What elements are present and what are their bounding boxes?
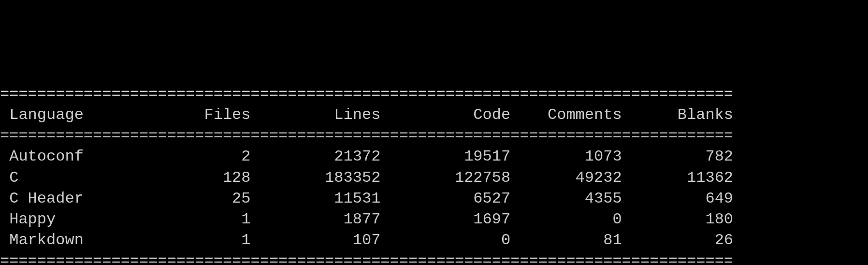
separator-header: ========================================… xyxy=(0,125,868,146)
cell-lines: 21372 xyxy=(250,147,380,165)
header-code: Code xyxy=(380,106,510,124)
cell-lines: 183352 xyxy=(250,169,380,187)
cell-language: Happy xyxy=(0,210,158,228)
cell-blanks: 649 xyxy=(622,190,733,207)
header-comments: Comments xyxy=(510,106,622,124)
terminal-output: ========================================… xyxy=(0,84,868,265)
cell-language: C xyxy=(0,169,158,187)
cell-language: C Header xyxy=(0,190,158,207)
cell-files: 25 xyxy=(158,190,250,207)
header-files: Files xyxy=(158,106,250,124)
cell-lines: 11531 xyxy=(250,190,380,207)
cell-language: Autoconf xyxy=(0,147,158,165)
cell-code: 19517 xyxy=(380,147,510,165)
table-row: C Header 25 11531 6527 4355 649 xyxy=(0,188,868,209)
cell-comments: 0 xyxy=(510,210,622,228)
cell-lines: 107 xyxy=(250,231,380,249)
cell-files: 1 xyxy=(158,210,250,228)
cell-files: 128 xyxy=(158,169,250,187)
cell-blanks: 11362 xyxy=(622,169,733,187)
cell-blanks: 26 xyxy=(622,231,733,249)
table-row: C 128 183352 122758 49232 11362 xyxy=(0,167,868,188)
separator-top: ========================================… xyxy=(0,84,868,104)
table-body: Autoconf 2 21372 19517 1073 782 C 128 18… xyxy=(0,146,868,250)
table-row: Markdown 1 107 0 81 26 xyxy=(0,230,868,250)
cell-code: 1697 xyxy=(380,210,510,228)
cell-lines: 1877 xyxy=(250,210,380,228)
header-blanks: Blanks xyxy=(622,106,733,124)
cell-comments: 49232 xyxy=(510,169,622,187)
header-row: Language Files Lines Code Comments Blank… xyxy=(0,104,868,125)
table-row: Happy 1 1877 1697 0 180 xyxy=(0,209,868,230)
cell-blanks: 782 xyxy=(622,147,733,165)
separator-total: ========================================… xyxy=(0,250,868,265)
cell-code: 0 xyxy=(380,231,510,249)
cell-code: 6527 xyxy=(380,190,510,207)
cell-comments: 4355 xyxy=(510,190,622,207)
header-lines: Lines xyxy=(250,106,380,124)
cell-files: 1 xyxy=(158,231,250,249)
cell-comments: 1073 xyxy=(510,147,622,165)
table-row: Autoconf 2 21372 19517 1073 782 xyxy=(0,146,868,167)
cell-comments: 81 xyxy=(510,231,622,249)
header-language: Language xyxy=(0,106,158,124)
cell-language: Markdown xyxy=(0,231,158,249)
cell-files: 2 xyxy=(158,147,250,165)
cell-blanks: 180 xyxy=(622,210,733,228)
cell-code: 122758 xyxy=(380,169,510,187)
